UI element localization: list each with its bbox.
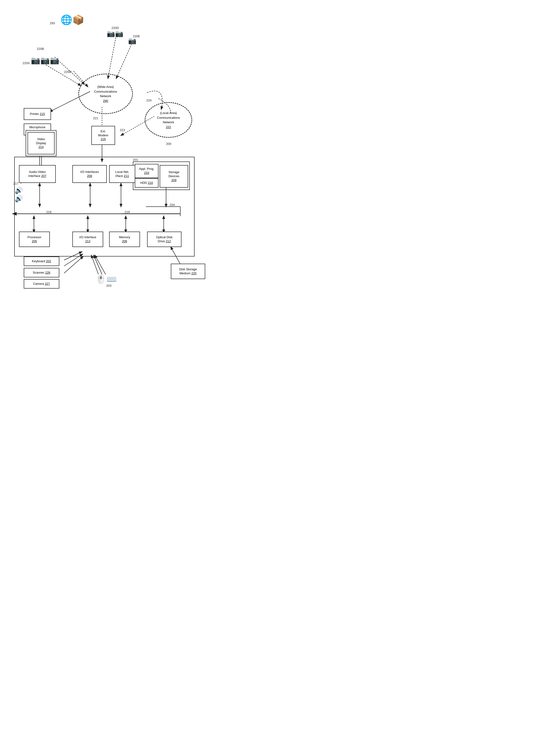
camera-220A: 📷📷📷: [31, 56, 59, 65]
svg-line-24: [91, 255, 99, 274]
disk-storage-box: Disk StorageMedium 225: [171, 264, 205, 279]
disk-storage-number: 225: [191, 271, 197, 275]
camera-number: 227: [45, 282, 50, 286]
label-218: 218: [46, 210, 51, 214]
io-interface-label: I/O Interface213: [79, 235, 96, 243]
io-interfaces-label: I/O Interfaces208: [80, 170, 99, 178]
keyboard-number: 202: [46, 259, 51, 263]
svg-line-0: [44, 64, 81, 85]
diagram: (Wide-Area)CommunicationsNetwork290 (Loc…: [0, 0, 213, 302]
keyboard-box: Keyboard 202: [24, 257, 59, 266]
audio-video-box: Audio-VideoInterface 207: [19, 165, 56, 183]
ext-modem-number: 216: [100, 137, 106, 141]
io-interfaces-number: 208: [87, 174, 92, 178]
label-201: 201: [133, 158, 138, 162]
scanner-label: Scanner 226: [33, 271, 50, 275]
appl-prog-label: Appl. Prog.233: [139, 167, 154, 175]
keyboard-label: Keyboard 202: [32, 259, 51, 263]
label-220B: 220B: [37, 47, 44, 50]
printer-label: Printer 215: [30, 112, 45, 116]
label-220D-mid: 220D: [64, 70, 71, 74]
ext-modem-label: Ext.Modem216: [98, 130, 108, 141]
hdd-box: HDD 210: [135, 178, 158, 188]
printer-number: 215: [40, 112, 45, 116]
memory-box: Memory206: [109, 231, 140, 247]
svg-line-21: [64, 257, 83, 273]
label-204: 204: [170, 203, 175, 207]
label-220A: 220A: [22, 61, 30, 65]
camera-220D-top: 📷📷: [107, 30, 123, 38]
label-223: 223: [120, 128, 125, 132]
optical-disk-box: Optical DiskDrive 212: [147, 231, 182, 247]
scanner-box: Scanner 226: [24, 268, 59, 277]
scanner-number: 226: [45, 271, 50, 274]
processor-label: Processor205: [28, 235, 42, 243]
appl-prog-number: 233: [144, 171, 149, 174]
processor-box: Processor205: [19, 231, 50, 247]
io-interface-number: 213: [85, 239, 90, 243]
video-display-box: VideoDisplay214: [26, 130, 56, 156]
svg-line-22: [94, 255, 102, 274]
usb-device-icon: 🖱️⌨️: [96, 274, 117, 284]
optical-disk-label: Optical DiskDrive 212: [156, 235, 173, 243]
io-interface-box: I/O Interface213: [72, 231, 103, 247]
camera-box: Camera 227: [24, 279, 59, 288]
local-net-box: Local Net.I/face 211: [109, 165, 135, 183]
label-293: 293: [50, 21, 55, 25]
svg-line-23: [95, 255, 105, 274]
label-203: 203: [106, 284, 111, 287]
storage-devices-label: StorageDevices209: [168, 170, 179, 182]
wide-area-network: (Wide-Area)CommunicationsNetwork290: [78, 74, 133, 114]
label-221: 221: [93, 116, 98, 120]
local-area-network: (Local-Area)CommunicationsNetwork222: [145, 102, 192, 138]
ext-modem-box: Ext.Modem216: [91, 126, 115, 145]
local-net-number: 211: [124, 174, 129, 178]
svg-line-4: [116, 44, 132, 78]
memory-number: 206: [122, 239, 127, 243]
hdd-label: HDD 210: [140, 181, 153, 185]
camera-label: Camera 227: [33, 282, 50, 286]
globe-icon: 🌐📦: [61, 14, 84, 25]
hdd-number: 210: [148, 181, 153, 185]
disk-storage-label: Disk StorageMedium 225: [179, 267, 197, 276]
appl-prog-box: Appl. Prog.233: [135, 164, 158, 178]
optical-disk-number: 212: [166, 239, 171, 243]
label-224: 224: [146, 99, 152, 102]
svg-line-3: [108, 35, 116, 78]
label-200: 200: [166, 142, 171, 146]
memory-label: Memory206: [119, 235, 130, 243]
storage-devices-box: StorageDevices209: [160, 165, 188, 188]
wide-area-number: 290: [103, 99, 108, 103]
printer-box: Printer 215: [24, 108, 51, 120]
label-220D-top: 220D: [111, 26, 119, 30]
storage-devices-number: 209: [171, 178, 177, 182]
io-interfaces-box: I/O Interfaces208: [72, 165, 107, 183]
local-area-number: 222: [166, 125, 171, 129]
local-net-label: Local Net.I/face 211: [115, 170, 129, 178]
label-219: 219: [125, 210, 130, 214]
wide-area-text: (Wide-Area)CommunicationsNetwork290: [94, 84, 117, 103]
processor-number: 205: [32, 239, 37, 243]
audio-video-number: 207: [41, 174, 46, 178]
audio-video-label: Audio-VideoInterface 207: [28, 170, 46, 178]
local-area-text: (Local-Area)CommunicationsNetwork222: [157, 111, 180, 129]
camera-220E: 📷: [128, 37, 136, 45]
